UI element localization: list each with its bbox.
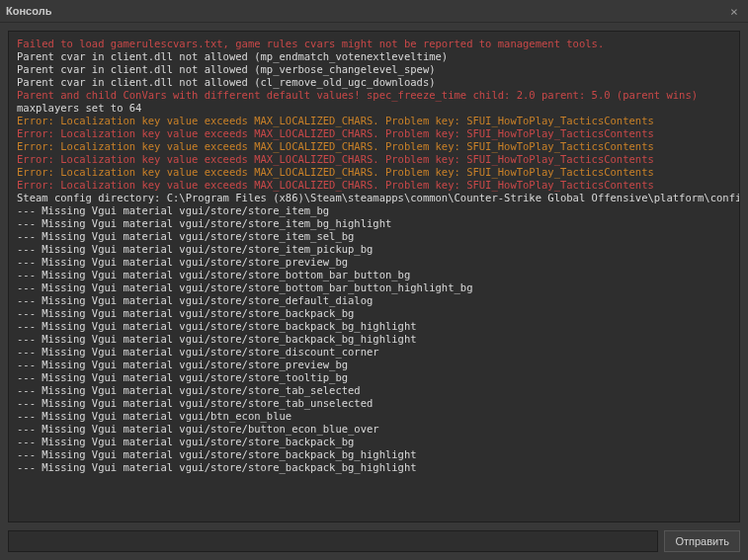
log-line: Parent cvar in client.dll not allowed (c… (17, 76, 731, 89)
log-line: Error: Localization key value exceeds MA… (17, 127, 731, 140)
console-output[interactable]: Failed to load gamerulescvars.txt, game … (8, 31, 740, 522)
log-line: --- Missing Vgui material vgui/store/sto… (17, 294, 731, 307)
log-line: --- Missing Vgui material vgui/store/sto… (17, 217, 731, 230)
log-line: Parent cvar in client.dll not allowed (m… (17, 63, 731, 76)
log-line: --- Missing Vgui material vgui/store/sto… (17, 436, 731, 448)
log-line: --- Missing Vgui material vgui/store/sto… (17, 461, 731, 474)
log-line: --- Missing Vgui material vgui/store/sto… (17, 307, 731, 320)
log-line: --- Missing Vgui material vgui/store/sto… (17, 204, 731, 217)
log-line: --- Missing Vgui material vgui/store/sto… (17, 269, 731, 281)
titlebar: Консоль × (0, 0, 748, 23)
console-window: Консоль × Failed to load gamerulescvars.… (0, 0, 748, 560)
close-icon[interactable]: × (726, 4, 742, 19)
log-line: Parent cvar in client.dll not allowed (m… (17, 50, 731, 63)
log-line: Steam config directory: C:\Program Files… (17, 192, 731, 204)
submit-button[interactable]: Отправить (664, 530, 740, 552)
log-line: --- Missing Vgui material vgui/store/sto… (17, 230, 731, 243)
input-row: Отправить (0, 530, 748, 560)
window-title: Консоль (6, 5, 51, 17)
log-line: --- Missing Vgui material vgui/store/sto… (17, 384, 731, 397)
log-line: --- Missing Vgui material vgui/store/but… (17, 423, 731, 436)
log-line: Error: Localization key value exceeds MA… (17, 115, 731, 127)
log-line: --- Missing Vgui material vgui/store/sto… (17, 243, 731, 256)
log-line: --- Missing Vgui material vgui/store/sto… (17, 281, 731, 294)
log-line: --- Missing Vgui material vgui/store/sto… (17, 333, 731, 346)
log-line: Parent and child ConVars with different … (17, 89, 731, 102)
log-line: --- Missing Vgui material vgui/btn_econ_… (17, 410, 731, 423)
log-line: --- Missing Vgui material vgui/store/sto… (17, 359, 731, 371)
log-line: --- Missing Vgui material vgui/store/sto… (17, 320, 731, 333)
log-line: --- Missing Vgui material vgui/store/sto… (17, 371, 731, 384)
log-line: Failed to load gamerulescvars.txt, game … (17, 38, 731, 50)
log-line: Error: Localization key value exceeds MA… (17, 153, 731, 166)
log-line: --- Missing Vgui material vgui/store/sto… (17, 397, 731, 410)
log-line: Error: Localization key value exceeds MA… (17, 166, 731, 179)
log-line: --- Missing Vgui material vgui/store/sto… (17, 448, 731, 461)
log-line: Error: Localization key value exceeds MA… (17, 140, 731, 153)
log-line: --- Missing Vgui material vgui/store/sto… (17, 346, 731, 359)
log-line: --- Missing Vgui material vgui/store/sto… (17, 256, 731, 269)
log-line: maxplayers set to 64 (17, 102, 731, 115)
log-line: Error: Localization key value exceeds MA… (17, 179, 731, 192)
command-input[interactable] (8, 530, 658, 552)
